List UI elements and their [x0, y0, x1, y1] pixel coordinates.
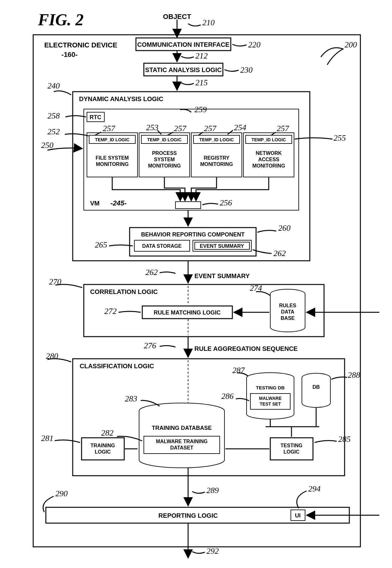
svg-text:DB: DB — [312, 384, 320, 390]
figure-label: FIG. 2 — [38, 11, 83, 29]
behavior-reporting-label: BEHAVIOR REPORTING COMPONENT — [141, 231, 245, 238]
leader-210 — [188, 24, 201, 26]
object-label: OBJECT — [163, 13, 191, 21]
ref-259: 259 — [194, 105, 207, 114]
svg-text:LOGIC: LOGIC — [284, 449, 300, 455]
malware-training-dataset-l1: MALWARE TRAINING — [156, 439, 208, 444]
ref-281: 281 — [41, 434, 53, 443]
ref-262b: 262 — [145, 268, 158, 277]
temp-id-logic-2: TEMP_ID LOGIC — [147, 137, 182, 142]
temp-id-logic-4: TEMP_ID LOGIC — [252, 137, 286, 142]
temp-id-logic-1: TEMP_ID LOGIC — [95, 137, 130, 142]
monitor-4-line2: ACCESS — [258, 157, 279, 162]
ref-210: 210 — [202, 18, 215, 27]
training-database-icon: TRAINING DATABASE MALWARE TRAINING DATAS… — [139, 403, 224, 468]
vm-id: -245- — [110, 199, 126, 207]
ref-256: 256 — [220, 198, 232, 207]
ref-260: 260 — [278, 223, 291, 233]
ref-265: 265 — [95, 240, 107, 249]
ref-254: 254 — [234, 123, 246, 132]
communication-interface-label: COMMUNICATION INTERFACE — [137, 41, 230, 48]
ref-287: 287 — [232, 366, 245, 375]
training-logic-box — [82, 438, 124, 460]
monitor-4-line1: NETWORK — [256, 150, 282, 156]
rules-database-icon: RULES DATA BASE — [270, 289, 305, 332]
ref-283: 283 — [125, 394, 137, 403]
monitor-3-line2: MONITORING — [200, 162, 233, 167]
temp-id-logic-3: TEMP_ID LOGIC — [199, 137, 234, 142]
ref-240: 240 — [47, 81, 60, 90]
ref-274: 274 — [250, 284, 262, 293]
testing-database-icon: TESTING DB MALWARE TEST SET — [247, 373, 294, 419]
ref-255: 255 — [334, 133, 346, 143]
ref-288: 288 — [348, 370, 360, 380]
data-storage-label: DATA STORAGE — [142, 243, 182, 249]
correlation-logic-title: CORRELATION LOGIC — [90, 288, 158, 295]
ui-label: UI — [295, 512, 301, 519]
db-icon: DB — [302, 373, 330, 407]
training-logic-l1: TRAINING — [90, 443, 115, 448]
rtc-label: RTC — [90, 114, 101, 120]
ref-257-3: 257 — [204, 124, 217, 133]
static-analysis-label: STATIC ANALYSIS LOGIC — [145, 66, 222, 73]
classification-logic-title: CLASSIFICATION LOGIC — [80, 363, 154, 370]
bus-box — [175, 202, 201, 209]
svg-text:TRAINING DATABASE: TRAINING DATABASE — [152, 425, 211, 431]
ref-289: 289 — [206, 486, 219, 495]
vm-label: VM — [90, 200, 100, 207]
svg-text:RULES: RULES — [279, 303, 297, 308]
ref-286: 286 — [221, 392, 234, 401]
ref-257-2: 257 — [174, 124, 187, 133]
ref-285: 285 — [338, 435, 351, 444]
ref-253: 253 — [146, 123, 158, 132]
ref-220: 220 — [248, 40, 260, 49]
ref-272: 272 — [104, 307, 117, 316]
ref-290: 290 — [55, 489, 68, 498]
ref-257-4: 257 — [277, 124, 289, 133]
svg-text:TEST SET: TEST SET — [260, 401, 281, 406]
electronic-device-id: -160- — [61, 51, 77, 58]
ref-276: 276 — [144, 341, 156, 350]
ref-250: 250 — [41, 141, 53, 150]
svg-text:BASE: BASE — [281, 315, 295, 321]
reporting-logic-label: REPORTING LOGIC — [158, 512, 218, 519]
rule-matching-label: RULE MATCHING LOGIC — [154, 309, 221, 316]
svg-text:TESTING: TESTING — [280, 443, 302, 448]
ref-280: 280 — [46, 351, 58, 361]
event-summary-label: EVENT SUMMARY — [200, 243, 244, 249]
ref-230: 230 — [240, 65, 253, 75]
monitor-2-line1: PROCESS — [152, 150, 177, 156]
svg-text:MALWARE: MALWARE — [259, 396, 282, 401]
ref-258: 258 — [47, 111, 60, 120]
ref-200: 200 — [345, 40, 357, 49]
ref-262a: 262 — [273, 249, 286, 258]
monitor-2-line2: SYSTEM — [154, 157, 175, 162]
svg-text:TESTING DB: TESTING DB — [256, 385, 285, 390]
monitor-4-line3: MONITORING — [252, 163, 285, 168]
ref-257-1: 257 — [103, 124, 115, 133]
svg-text:DATA: DATA — [281, 309, 295, 315]
monitor-1-line1: FILE SYSTEM — [96, 155, 129, 161]
electronic-device-title: ELECTRONIC DEVICE — [44, 41, 117, 49]
testing-logic-box — [270, 438, 313, 460]
event-summary-out-label: EVENT SUMMARY — [194, 272, 250, 279]
ref-294: 294 — [308, 484, 321, 493]
monitor-2-line3: MONITORING — [148, 163, 181, 168]
ref-270: 270 — [49, 277, 61, 286]
training-logic-l2: LOGIC — [95, 449, 111, 455]
dynamic-analysis-title: DYNAMIC ANALYSIS LOGIC — [79, 95, 163, 102]
ref-212: 212 — [195, 51, 208, 60]
monitor-3-line1: REGISTRY — [204, 155, 230, 161]
monitor-1-line2: MONITORING — [96, 162, 129, 167]
ref-282: 282 — [101, 428, 113, 437]
rule-aggregation-label: RULE AGGREGATION SEQUENCE — [194, 345, 298, 352]
ref-252: 252 — [47, 127, 60, 136]
ref-292: 292 — [206, 547, 219, 556]
leader-292 — [192, 552, 205, 553]
ref-215: 215 — [195, 78, 208, 87]
malware-training-dataset-l2: DATASET — [170, 445, 193, 450]
